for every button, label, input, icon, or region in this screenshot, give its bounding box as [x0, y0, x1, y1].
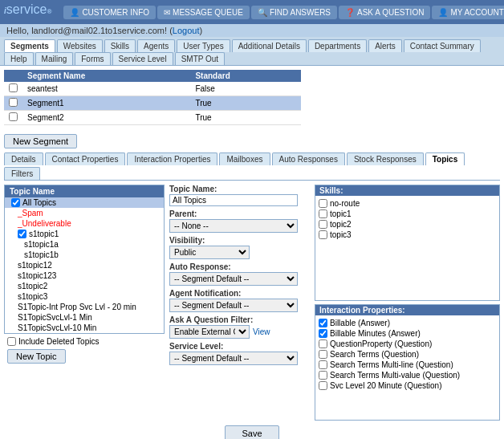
tab-websites[interactable]: Websites [57, 39, 103, 52]
topic-tree-item[interactable]: S1TopicSvcLvl-10 Min [5, 323, 164, 333]
sub-tab-mailboxes[interactable]: Mailboxes [219, 152, 270, 165]
topic-tree-header: Topic Name [5, 185, 164, 197]
interaction-checkbox[interactable] [319, 339, 327, 348]
topic-tree-item[interactable]: s1topic3 [5, 291, 164, 302]
tab-forms[interactable]: Forms [75, 52, 110, 65]
topic-tree-item[interactable]: S1Topic-Int Prop Svc Lvl - 20 min [5, 302, 164, 312]
new-topic-button[interactable]: New Topic [7, 349, 66, 364]
interaction-checkbox[interactable] [319, 371, 327, 380]
tab-smtp-out[interactable]: SMTP Out [175, 52, 226, 65]
topics-layout: Topic Name All Topics_Spam_Undeliverable… [4, 185, 500, 421]
skill-checkbox[interactable] [319, 220, 327, 229]
tab-contact-summary[interactable]: Contact Summary [404, 39, 481, 52]
seg-row-name: seantest [22, 82, 190, 96]
seg-row-name: Segment1 [22, 96, 190, 111]
logout-link[interactable]: Logout [173, 26, 200, 35]
topic-item-label: All Topics [22, 198, 56, 207]
interaction-item: Search Terms (Question) [319, 349, 496, 360]
sub-tab-topics[interactable]: Topics [425, 152, 465, 165]
tab-departments[interactable]: Departments [308, 39, 367, 52]
tab-skills[interactable]: Skills [104, 39, 136, 52]
message-queue-icon: ✉ [164, 8, 170, 17]
ask-filter-select[interactable]: Enable External GUID [169, 325, 250, 339]
topic-tree-item[interactable]: s1topic2 [5, 281, 164, 291]
nav-ask-question[interactable]: ❓ASK A QUESTION [339, 6, 430, 19]
table-row[interactable]: Segment2 True [4, 111, 301, 125]
skill-checkbox[interactable] [319, 199, 327, 208]
sub-tab-contact-props[interactable]: Contact Properties [45, 152, 126, 165]
nav-items: 👤CUSTOMER INFO ✉MESSAGE QUEUE 🔍FIND ANSW… [63, 6, 504, 19]
tab-agents[interactable]: Agents [137, 39, 175, 52]
include-deleted-row: Include Deleted Topics [7, 337, 161, 346]
topic-tree-item[interactable]: _Undeliverable [5, 218, 164, 229]
topic-form: Topic Name: Parent: -- None -- Visibilit… [169, 185, 310, 421]
tab-help[interactable]: Help [4, 52, 34, 65]
tab-additional-details[interactable]: Additional Details [232, 39, 307, 52]
interaction-checkbox[interactable] [319, 381, 327, 390]
topic-tree-item[interactable]: s1topic12 [5, 260, 164, 270]
hello-bar: Hello, landlord@mail02.1to1service.com! … [0, 24, 504, 37]
new-segment-button[interactable]: New Segment [4, 134, 77, 148]
sub-tab-details[interactable]: Details [4, 152, 43, 165]
save-button[interactable]: Save [225, 425, 278, 439]
interaction-item: Search Terms Multi-line (Question) [319, 360, 496, 370]
topic-name-label: Topic Name: [169, 185, 310, 193]
table-row[interactable]: Segment1 True [4, 96, 301, 111]
nav-customer-info[interactable]: 👤CUSTOMER INFO [63, 6, 156, 19]
service-level-select[interactable]: -- Segment Default -- [169, 352, 298, 365]
topic-name-input[interactable] [169, 194, 298, 206]
topic-tree: Topic Name All Topics_Spam_Undeliverable… [4, 185, 165, 334]
skills-panel: Skills: no-routetopic1topic2topic3 [315, 185, 500, 301]
skills-panel-content: no-routetopic1topic2topic3 [315, 196, 499, 300]
parent-select[interactable]: -- None -- [169, 219, 298, 233]
interaction-checkbox[interactable] [319, 350, 327, 359]
tab-alerts[interactable]: Alerts [368, 39, 402, 52]
seg-row-checkbox[interactable] [9, 83, 18, 92]
sub-tab-auto-responses[interactable]: Auto Responses [272, 152, 345, 165]
interaction-panel-header: Interaction Properties: [315, 305, 499, 315]
topic-checkbox[interactable] [18, 230, 26, 238]
sub-tab-interaction-props[interactable]: Interaction Properties [127, 152, 217, 165]
interaction-checkbox[interactable] [319, 360, 327, 369]
seg-row-standard: True [190, 111, 301, 125]
topic-item-label: S1TopicSvcLvl-1 Min [18, 313, 92, 322]
agent-notification-select[interactable]: -- Segment Default -- [169, 299, 298, 312]
skill-checkbox[interactable] [319, 209, 327, 218]
nav-message-queue[interactable]: ✉MESSAGE QUEUE [157, 6, 250, 19]
table-row[interactable]: seantest False [4, 82, 301, 96]
auto-response-select[interactable]: -- Segment Default -- [169, 272, 298, 286]
topic-item-label: S1TopicSvcLvl-10 Min [18, 323, 96, 332]
nav-find-answers[interactable]: 🔍FIND ANSWERS [251, 6, 337, 19]
include-deleted-checkbox[interactable] [7, 337, 16, 346]
tab-user-types[interactable]: User Types [177, 39, 230, 52]
view-link[interactable]: View [253, 327, 270, 336]
tab-service-level[interactable]: Service Level [112, 52, 173, 65]
seg-row-checkbox[interactable] [9, 98, 18, 107]
topic-tree-item[interactable]: s1topic1b [5, 250, 164, 260]
interaction-checkbox[interactable] [319, 319, 327, 327]
topic-tree-item[interactable]: s1topic1 [5, 229, 164, 239]
tab-segments[interactable]: Segments [4, 39, 55, 52]
sub-tab-stock-responses[interactable]: Stock Responses [347, 152, 424, 165]
tab-mailing[interactable]: Mailing [35, 52, 74, 65]
topic-tree-item[interactable]: All Topics [5, 197, 164, 208]
skill-label: topic1 [330, 209, 352, 218]
interaction-checkbox[interactable] [319, 329, 327, 338]
interaction-label: QuestionProperty (Question) [330, 339, 432, 348]
interaction-panel: Interaction Properties: Billable (Answer… [315, 304, 500, 421]
topic-tree-item[interactable]: s1topic123 [5, 270, 164, 281]
topic-tree-item[interactable]: S1TopicSvcLvl-1 Min [5, 312, 164, 323]
topic-checkbox[interactable] [11, 198, 20, 207]
interaction-item: Billable Minutes (Answer) [319, 328, 496, 339]
topic-tree-item[interactable]: s1topic1a [5, 239, 164, 250]
topic-item-label: s1topic123 [18, 271, 56, 280]
visibility-select[interactable]: Public Private [169, 246, 250, 259]
skill-checkbox[interactable] [319, 230, 327, 239]
interaction-label: Svc Level 20 Minute (Question) [330, 381, 442, 390]
seg-row-checkbox[interactable] [9, 112, 18, 121]
topic-item-label: s1topic1 [29, 230, 59, 238]
nav-my-account[interactable]: 👤MY ACCOUNT [432, 6, 504, 19]
topic-tree-item[interactable]: _Spam [5, 208, 164, 218]
visibility-label: Visibility: [169, 236, 310, 245]
sub-tab-filters[interactable]: Filters [4, 167, 40, 180]
